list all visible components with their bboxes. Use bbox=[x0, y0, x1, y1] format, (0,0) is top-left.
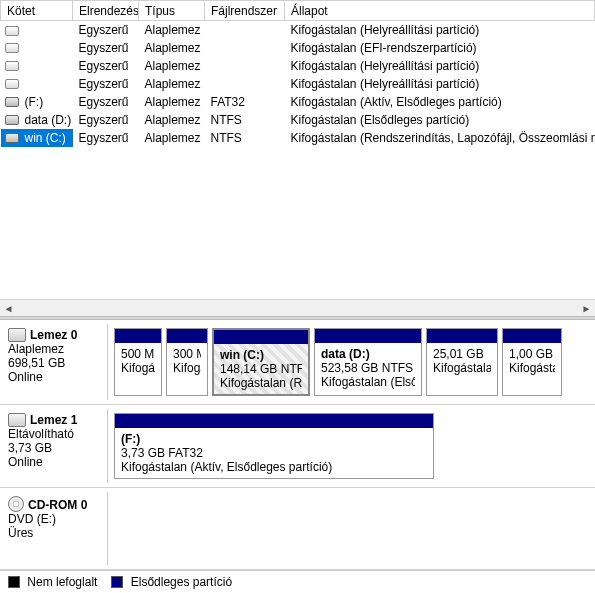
disk-info: Lemez 1Eltávolítható3,73 GBOnline bbox=[0, 409, 108, 483]
volume-fs bbox=[205, 21, 285, 39]
volume-fs: NTFS bbox=[205, 111, 285, 129]
disk-type: DVD (E:) bbox=[8, 512, 101, 526]
volume-icon bbox=[5, 61, 19, 71]
volume-icon bbox=[5, 26, 19, 36]
volume-row[interactable]: EgyszerűAlaplemezKifogástalan (Helyreáll… bbox=[1, 21, 595, 39]
volume-fs: NTFS bbox=[205, 129, 285, 147]
volume-status: Kifogástalan (Helyreállítási partíció) bbox=[285, 57, 595, 75]
partition[interactable]: 1,00 GBKifogástalan bbox=[502, 328, 562, 396]
scroll-left-arrow[interactable]: ◄ bbox=[0, 300, 17, 317]
partition-status: Kifogás bbox=[121, 361, 155, 375]
partition-size: 300 M bbox=[173, 347, 201, 361]
disk-info: Lemez 0Alaplemez698,51 GBOnline bbox=[0, 324, 108, 400]
partition-name: data (D:) bbox=[321, 347, 415, 361]
volume-row[interactable]: EgyszerűAlaplemezKifogástalan (Helyreáll… bbox=[1, 57, 595, 75]
volume-name bbox=[19, 75, 73, 93]
volume-type: Alaplemez bbox=[139, 129, 205, 147]
partition[interactable]: win (C:)148,14 GB NTFSKifogástalan (Rend… bbox=[212, 328, 310, 396]
volume-icon bbox=[5, 115, 19, 125]
disk-size: 698,51 GB bbox=[8, 356, 101, 370]
volume-status: Kifogástalan (Aktív, Elsődleges partíció… bbox=[285, 93, 595, 111]
legend-swatch-navy bbox=[111, 576, 123, 588]
volume-icon bbox=[5, 97, 19, 107]
legend-primary-label: Elsődleges partíció bbox=[131, 575, 232, 589]
disk-state: Online bbox=[8, 455, 101, 469]
partition-stripe bbox=[427, 329, 497, 343]
volume-icon bbox=[5, 79, 19, 89]
hdd-icon bbox=[8, 413, 26, 427]
volume-name: data (D:) bbox=[19, 111, 73, 129]
volume-fs bbox=[205, 75, 285, 93]
col-layout[interactable]: Elrendezés bbox=[73, 1, 139, 21]
volume-fs bbox=[205, 39, 285, 57]
volume-layout: Egyszerű bbox=[73, 21, 139, 39]
volume-row[interactable]: (F:)EgyszerűAlaplemezFAT32Kifogástalan (… bbox=[1, 93, 595, 111]
legend-primary: Elsődleges partíció bbox=[111, 575, 232, 589]
col-status[interactable]: Állapot bbox=[285, 1, 595, 21]
volume-type: Alaplemez bbox=[139, 57, 205, 75]
disk-size: 3,73 GB bbox=[8, 441, 101, 455]
volume-type: Alaplemez bbox=[139, 75, 205, 93]
scroll-right-arrow[interactable]: ► bbox=[578, 300, 595, 317]
disk-state: Üres bbox=[8, 526, 101, 540]
volume-fs bbox=[205, 57, 285, 75]
volume-status: Kifogástalan (Helyreállítási partíció) bbox=[285, 75, 595, 93]
volume-name: (F:) bbox=[19, 93, 73, 111]
partition-name: (F:) bbox=[121, 432, 427, 446]
volume-row[interactable]: EgyszerűAlaplemezKifogástalan (EFI-rends… bbox=[1, 39, 595, 57]
volume-row[interactable]: win (C:)EgyszerűAlaplemezNTFSKifogástala… bbox=[1, 129, 595, 147]
volume-layout: Egyszerű bbox=[73, 57, 139, 75]
volume-name: win (C:) bbox=[19, 129, 73, 147]
partition[interactable]: data (D:)523,58 GB NTFSKifogástalan (Els… bbox=[314, 328, 422, 396]
disk-info: CD-ROM 0DVD (E:)Üres bbox=[0, 492, 108, 565]
partition-name: win (C:) bbox=[220, 348, 302, 362]
volume-row[interactable]: EgyszerűAlaplemezKifogástalan (Helyreáll… bbox=[1, 75, 595, 93]
partition-size: 148,14 GB NTFS bbox=[220, 362, 302, 376]
disk-state: Online bbox=[8, 370, 101, 384]
volume-status: Kifogástalan (Helyreállítási partíció) bbox=[285, 21, 595, 39]
partition-size: 523,58 GB NTFS bbox=[321, 361, 415, 375]
disk-type: Eltávolítható bbox=[8, 427, 101, 441]
partition-stripe bbox=[115, 329, 161, 343]
partition-status: Kifogástalan bbox=[509, 361, 555, 375]
disk-map: Lemez 0Alaplemez698,51 GBOnline500 MBKif… bbox=[0, 320, 595, 570]
volume-type: Alaplemez bbox=[139, 93, 205, 111]
legend: Nem lefoglalt Elsődleges partíció bbox=[0, 570, 595, 593]
cd-icon bbox=[8, 496, 24, 512]
legend-unallocated: Nem lefoglalt bbox=[8, 575, 97, 589]
disk-partitions bbox=[108, 492, 595, 565]
partition[interactable]: 300 MKifogá bbox=[166, 328, 208, 396]
disk-row: Lemez 0Alaplemez698,51 GBOnline500 MBKif… bbox=[0, 320, 595, 405]
partition[interactable]: 25,01 GBKifogástalan ( bbox=[426, 328, 498, 396]
disk-row: Lemez 1Eltávolítható3,73 GBOnline(F:)3,7… bbox=[0, 405, 595, 488]
volume-type: Alaplemez bbox=[139, 111, 205, 129]
volume-name bbox=[19, 57, 73, 75]
disk-title: Lemez 1 bbox=[8, 413, 101, 427]
partition-status: Kifogástalan (Aktív, Elsődleges partíció… bbox=[121, 460, 427, 474]
partition-stripe bbox=[167, 329, 207, 343]
disk-type: Alaplemez bbox=[8, 342, 101, 356]
col-fs[interactable]: Fájlrendszer bbox=[205, 1, 285, 21]
partition-size: 25,01 GB bbox=[433, 347, 491, 361]
partition-status: Kifogástalan (Rendszerindítás, Lapozófáj… bbox=[220, 376, 302, 390]
disk-title: Lemez 0 bbox=[8, 328, 101, 342]
partition[interactable]: 500 MBKifogás bbox=[114, 328, 162, 396]
volume-type: Alaplemez bbox=[139, 21, 205, 39]
volume-row[interactable]: data (D:)EgyszerűAlaplemezNTFSKifogástal… bbox=[1, 111, 595, 129]
volume-layout: Egyszerű bbox=[73, 111, 139, 129]
partition-size: 3,73 GB FAT32 bbox=[121, 446, 427, 460]
disk-partitions: 500 MBKifogás300 MKifogáwin (C:)148,14 G… bbox=[108, 324, 595, 400]
partition-stripe bbox=[315, 329, 421, 343]
col-volume[interactable]: Kötet bbox=[1, 1, 73, 21]
partition-status: Kifogástalan (Elsődleges partíció) bbox=[321, 375, 415, 389]
volume-icon bbox=[5, 133, 19, 143]
volume-table[interactable]: Kötet Elrendezés Típus Fájlrendszer Álla… bbox=[0, 0, 595, 147]
volume-table-header[interactable]: Kötet Elrendezés Típus Fájlrendszer Álla… bbox=[1, 1, 595, 21]
partition-status: Kifogástalan ( bbox=[433, 361, 491, 375]
legend-unallocated-label: Nem lefoglalt bbox=[27, 575, 97, 589]
col-type[interactable]: Típus bbox=[139, 1, 205, 21]
hdd-icon bbox=[8, 328, 26, 342]
horizontal-scrollbar[interactable]: ◄ ► bbox=[0, 299, 595, 316]
partition[interactable]: (F:)3,73 GB FAT32Kifogástalan (Aktív, El… bbox=[114, 413, 434, 479]
volume-icon bbox=[5, 43, 19, 53]
